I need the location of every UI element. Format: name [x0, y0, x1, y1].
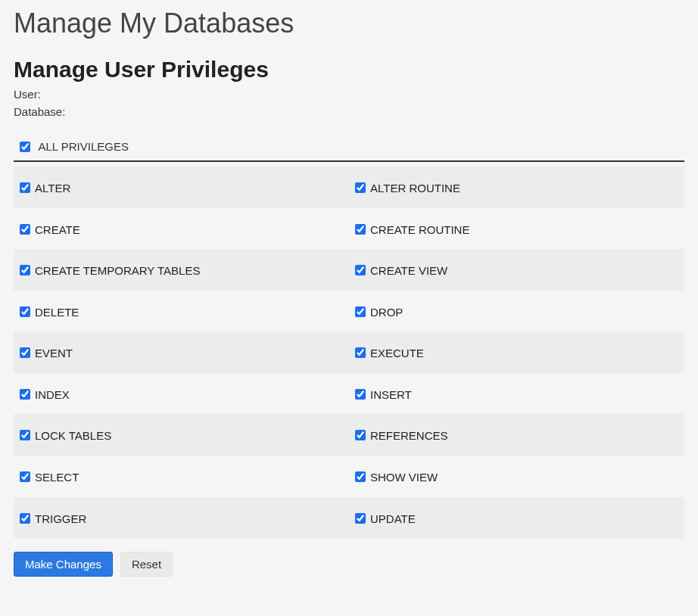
privilege-cell: SHOW VIEW	[349, 456, 684, 497]
privilege-label: DELETE	[35, 305, 79, 318]
privilege-cell: TRIGGER	[14, 497, 349, 539]
privilege-checkbox[interactable]	[20, 182, 30, 193]
privilege-checkbox[interactable]	[20, 389, 30, 400]
privilege-label: CREATE VIEW	[370, 264, 447, 277]
privilege-label: CREATE ROUTINE	[370, 222, 469, 235]
privilege-cell: ALTER ROUTINE	[349, 166, 684, 208]
reset-button[interactable]: Reset	[120, 552, 173, 577]
privilege-label: ALTER ROUTINE	[370, 182, 460, 194]
privilege-row: EVENTEXECUTE	[14, 331, 684, 373]
all-privileges-label: ALL PRIVILEGES	[38, 140, 129, 153]
buttons-row: Make Changes Reset	[14, 552, 684, 577]
privilege-cell: UPDATE	[349, 497, 684, 539]
privilege-cell: SELECT	[14, 456, 349, 497]
privilege-cell: ALTER	[14, 166, 349, 208]
make-changes-button[interactable]: Make Changes	[14, 552, 113, 577]
privilege-checkbox[interactable]	[20, 430, 30, 440]
privilege-cell: CREATE ROUTINE	[349, 208, 684, 250]
privilege-row: INDEXINSERT	[14, 373, 684, 415]
privilege-row: SELECTSHOW VIEW	[14, 456, 684, 497]
privilege-label: CREATE TEMPORARY TABLES	[35, 264, 200, 277]
page-title: Manage My Databases	[14, 6, 684, 40]
privilege-label: INSERT	[370, 387, 412, 400]
privilege-cell: DELETE	[14, 291, 349, 332]
privilege-label: INDEX	[35, 387, 70, 400]
privilege-checkbox[interactable]	[355, 430, 366, 440]
privilege-checkbox[interactable]	[355, 306, 366, 317]
privilege-checkbox[interactable]	[20, 224, 30, 235]
privilege-cell: CREATE TEMPORARY TABLES	[14, 249, 349, 291]
privilege-checkbox[interactable]	[20, 265, 30, 275]
privilege-row: DELETEDROP	[14, 291, 684, 332]
privilege-label: DROP	[370, 305, 403, 318]
privilege-row: TRIGGERUPDATE	[14, 497, 684, 539]
privilege-checkbox[interactable]	[355, 471, 366, 482]
privilege-checkbox[interactable]	[20, 347, 30, 358]
privilege-row: LOCK TABLESREFERENCES	[14, 414, 684, 456]
privilege-row: CREATE TEMPORARY TABLESCREATE VIEW	[14, 249, 684, 291]
privilege-checkbox[interactable]	[355, 389, 366, 400]
privilege-checkbox[interactable]	[20, 471, 30, 482]
privilege-checkbox[interactable]	[355, 265, 366, 275]
privilege-cell: REFERENCES	[349, 414, 684, 456]
privilege-checkbox[interactable]	[20, 513, 30, 524]
all-privileges-row: ALL PRIVILEGES	[14, 139, 684, 162]
privilege-cell: LOCK TABLES	[14, 414, 349, 456]
user-label: User:	[14, 88, 684, 101]
privilege-cell: CREATE VIEW	[349, 249, 684, 291]
privilege-checkbox[interactable]	[20, 306, 30, 317]
privilege-label: TRIGGER	[35, 512, 86, 524]
privilege-label: UPDATE	[370, 512, 416, 524]
privileges-table: ALTERALTER ROUTINECREATECREATE ROUTINECR…	[14, 166, 684, 538]
privilege-cell: EXECUTE	[349, 331, 684, 373]
privilege-label: SHOW VIEW	[370, 471, 438, 484]
privilege-label: ALTER	[35, 182, 70, 194]
privilege-cell: CREATE	[14, 208, 349, 250]
privilege-cell: INDEX	[14, 373, 349, 415]
privilege-label: REFERENCES	[370, 429, 448, 442]
privilege-checkbox[interactable]	[355, 182, 366, 193]
privilege-checkbox[interactable]	[355, 224, 366, 235]
privilege-label: EVENT	[35, 347, 73, 359]
database-label: Database:	[14, 105, 684, 118]
privilege-row: CREATECREATE ROUTINE	[14, 208, 684, 250]
privilege-label: LOCK TABLES	[35, 429, 111, 442]
privilege-row: ALTERALTER ROUTINE	[14, 166, 684, 208]
privilege-cell: DROP	[349, 291, 684, 332]
privilege-cell: EVENT	[14, 331, 349, 373]
privilege-checkbox[interactable]	[355, 347, 366, 358]
privilege-cell: INSERT	[349, 373, 684, 415]
privilege-label: SELECT	[35, 471, 79, 484]
all-privileges-checkbox[interactable]	[20, 142, 30, 152]
privilege-label: CREATE	[35, 222, 80, 235]
privilege-checkbox[interactable]	[355, 513, 366, 524]
privilege-label: EXECUTE	[370, 347, 424, 359]
section-title: Manage User Privileges	[14, 57, 684, 82]
